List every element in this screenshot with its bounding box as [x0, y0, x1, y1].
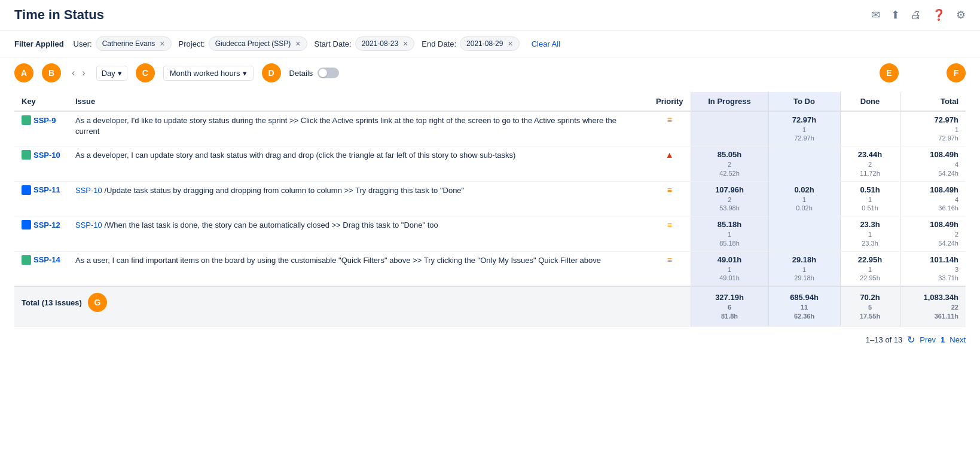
key-cell: SSP-9: [22, 115, 61, 125]
next-page-button[interactable]: Next: [950, 335, 966, 344]
issue-text: As a developer, I'd like to update story…: [75, 116, 616, 136]
user-filter-chip[interactable]: Catherine Evans ×: [96, 36, 172, 51]
issue-text: As a developer, I can update story and t…: [75, 151, 515, 160]
todo-cell: 29.18h 1 29.18h: [776, 255, 833, 282]
prev-page-button[interactable]: Prev: [920, 335, 936, 344]
end-date-filter-chip[interactable]: 2021-08-29 ×: [460, 36, 520, 51]
month-worked-hours-selector[interactable]: Month worked hours ▾: [163, 66, 254, 81]
table-row: SSP-10 As a developer, I can update stor…: [14, 146, 966, 181]
total-inprogress: 327.19h 6 81.8h: [691, 286, 768, 326]
nav-arrows: ‹ ›: [69, 66, 88, 79]
issue-prefix-link[interactable]: SSP-10: [75, 186, 102, 195]
clear-all-button[interactable]: Clear All: [532, 39, 560, 48]
end-date-filter-section: End Date: 2021-08-29 ×: [422, 36, 519, 51]
key-link[interactable]: SSP-14: [33, 255, 60, 264]
col-header-issue: Issue: [68, 92, 649, 111]
col-header-key: Key: [14, 92, 68, 111]
total-cell: 72.97h 1 72.97h: [908, 115, 959, 142]
start-date-label: Start Date:: [315, 39, 352, 48]
table-row: SSP-9 As a developer, I'd like to update…: [14, 111, 966, 146]
circle-f-button[interactable]: F: [947, 63, 966, 82]
priority-icon: ≡: [667, 255, 672, 265]
issue-text: /Update task status by dragging and drop…: [102, 186, 464, 195]
key-link[interactable]: SSP-11: [33, 185, 60, 194]
key-link[interactable]: SSP-10: [33, 151, 60, 160]
start-date-filter-remove[interactable]: ×: [403, 39, 408, 48]
priority-icon: ≡: [667, 220, 672, 229]
end-date-value: 2021-08-29: [466, 39, 503, 48]
pagination: 1–13 of 13 ↻ Prev 1 Next: [0, 327, 980, 353]
next-arrow[interactable]: ›: [80, 66, 87, 79]
print-icon[interactable]: 🖨: [911, 9, 921, 22]
settings-icon[interactable]: ⚙: [956, 8, 966, 22]
details-toggle[interactable]: [317, 68, 339, 78]
project-filter-chip[interactable]: Giudecca Project (SSP) ×: [209, 36, 307, 51]
table-header-row: Key Issue Priority In Progress To Do Don…: [14, 92, 966, 111]
col-header-priority: Priority: [649, 92, 691, 111]
total-cell: 108.49h 2 54.24h: [908, 220, 959, 247]
total-row: Total (13 issues) G 327.19h 6 81.8h 685.…: [14, 286, 966, 326]
end-date-filter-remove[interactable]: ×: [508, 39, 512, 48]
total-label: Total (13 issues) G: [14, 286, 691, 326]
toggle-knob: [319, 69, 327, 77]
table-row: SSP-11 SSP-10 /Update task status by dra…: [14, 181, 966, 216]
issue-text: /When the last task is done, the story c…: [102, 221, 438, 229]
todo-cell: 0.02h 1 0.02h: [776, 185, 833, 212]
project-filter-value: Giudecca Project (SSP): [215, 39, 291, 48]
user-filter-section: User: Catherine Evans ×: [74, 36, 172, 51]
refresh-icon[interactable]: ↻: [907, 334, 915, 345]
day-selector[interactable]: Day ▾: [96, 66, 127, 81]
priority-icon: ▲: [665, 150, 674, 160]
key-cell: SSP-11: [22, 185, 61, 195]
col-header-total: Total: [900, 92, 966, 111]
key-cell: SSP-10: [22, 150, 61, 160]
export-icon[interactable]: ⬆: [891, 8, 900, 22]
project-filter-label: Project:: [179, 39, 205, 48]
start-date-filter-section: Start Date: 2021-08-23 ×: [315, 36, 415, 51]
total-todo: 685.94h 11 62.36h: [768, 286, 840, 326]
todo-cell: 72.97h 1 72.97h: [776, 115, 833, 142]
top-bar: Time in Status ✉ ⬆ 🖨 ❓ ⚙: [0, 0, 980, 30]
page-title: Time in Status: [14, 7, 104, 23]
month-worked-hours-label: Month worked hours: [170, 69, 240, 78]
table-row: SSP-14 As a user, I can find important i…: [14, 251, 966, 286]
inprogress-cell: 107.96h 2 53.98h: [698, 185, 761, 212]
total-done: 70.2h 5 17.55h: [840, 286, 900, 326]
key-link[interactable]: SSP-12: [33, 221, 60, 229]
circle-a-button[interactable]: A: [14, 63, 33, 82]
col-header-todo: To Do: [768, 92, 840, 111]
total-cell: 108.49h 4 54.24h: [908, 150, 959, 177]
filter-applied-label: Filter Applied: [14, 39, 64, 48]
main-table: Key Issue Priority In Progress To Do Don…: [14, 92, 966, 327]
header-icons: ✉ ⬆ 🖨 ❓ ⚙: [871, 8, 966, 22]
col-header-done: Done: [840, 92, 900, 111]
help-icon[interactable]: ❓: [932, 8, 945, 22]
circle-c-button[interactable]: C: [136, 63, 155, 82]
project-filter-remove[interactable]: ×: [295, 39, 300, 48]
project-filter-section: Project: Giudecca Project (SSP) ×: [179, 36, 307, 51]
current-page[interactable]: 1: [941, 335, 945, 344]
day-label: Day: [102, 69, 115, 78]
prev-arrow[interactable]: ‹: [69, 66, 77, 79]
circle-e-button[interactable]: E: [880, 63, 899, 82]
col-header-inprogress: In Progress: [691, 92, 768, 111]
user-filter-label: User:: [74, 39, 92, 48]
circle-d-button[interactable]: D: [262, 63, 281, 82]
mail-icon[interactable]: ✉: [871, 8, 880, 22]
end-date-label: End Date:: [422, 39, 456, 48]
user-filter-remove[interactable]: ×: [160, 39, 164, 48]
user-filter-value: Catherine Evans: [102, 39, 155, 48]
key-link[interactable]: SSP-9: [33, 116, 56, 125]
issue-prefix-link[interactable]: SSP-10: [75, 221, 102, 229]
key-icon: [22, 185, 31, 195]
key-icon: [22, 150, 31, 160]
start-date-filter-chip[interactable]: 2021-08-23 ×: [355, 36, 415, 51]
circle-b-button[interactable]: B: [42, 63, 61, 82]
total-cell: 108.49h 4 36.16h: [908, 185, 959, 212]
done-cell: 0.51h 1 0.51h: [848, 185, 893, 212]
key-icon: [22, 115, 31, 125]
circle-g-button[interactable]: G: [88, 293, 107, 312]
key-icon: [22, 220, 31, 229]
controls-bar: A B ‹ › Day ▾ C Month worked hours ▾ D D…: [14, 63, 339, 82]
total-cell: 101.14h 3 33.71h: [908, 255, 959, 282]
